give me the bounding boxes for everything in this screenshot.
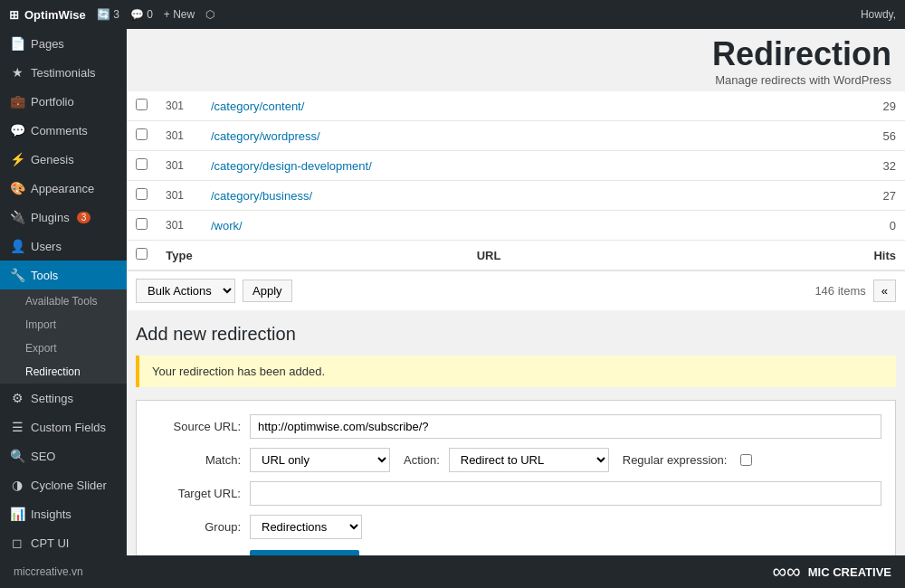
howdy-text: Howdy,	[861, 8, 896, 21]
sidebar-item-label: Users	[31, 240, 62, 253]
wp-icon: ⊞	[9, 8, 19, 22]
regex-label: Regular expression:	[623, 453, 728, 467]
regex-checkbox[interactable]	[740, 454, 752, 466]
new-link[interactable]: + New	[164, 8, 195, 21]
pages-icon: 📄	[9, 36, 25, 51]
hits-cell: 0	[776, 211, 905, 241]
sidebar-item-import[interactable]: Import	[0, 313, 127, 337]
sidebar-item-users[interactable]: 👤 Users	[0, 232, 127, 261]
plugin-icon: ⬡	[205, 8, 214, 21]
add-redirection-title: Add new redirection	[136, 324, 896, 345]
seo-icon: 🔍	[9, 449, 25, 463]
apply-button[interactable]: Apply	[243, 280, 292, 302]
insights-icon: 📊	[9, 507, 25, 521]
source-url-label: Source URL:	[150, 420, 241, 433]
sidebar-item-cyclone-slider[interactable]: ◑ Cyclone Slider	[0, 470, 127, 499]
hits-cell: 32	[776, 151, 905, 181]
sidebar-item-label: Cyclone Slider	[31, 479, 107, 492]
type-column-header: Type	[157, 241, 202, 270]
sidebar-item-appearance[interactable]: 🎨 Appearance	[0, 174, 127, 203]
action-label-text: Action:	[404, 453, 440, 467]
portfolio-icon: 💼	[9, 94, 25, 109]
url-cell[interactable]: /category/content/	[202, 91, 776, 121]
cyclone-icon: ◑	[9, 478, 25, 492]
type-cell: 301	[157, 151, 202, 181]
url-cell[interactable]: /work/	[202, 211, 776, 241]
match-select[interactable]: URL onlyURL and referrerURL and user age…	[250, 448, 390, 472]
bulk-bar-left: Bulk Actions Apply	[136, 279, 292, 303]
hits-cell: 56	[776, 121, 905, 151]
sidebar-item-label: Comments	[31, 124, 88, 138]
sidebar-item-seo[interactable]: 🔍 SEO	[0, 441, 127, 470]
type-cell: 301	[157, 181, 202, 211]
sidebar: 📄 Pages ★ Testimonials 💼 Portfolio 💬 Com…	[0, 29, 127, 555]
target-url-label: Target URL:	[150, 487, 241, 500]
footer: miccreative.vn ∞∞ MIC CREATIVE	[0, 555, 905, 588]
select-all-checkbox[interactable]	[136, 248, 148, 260]
source-url-row: Source URL:	[150, 414, 881, 439]
sidebar-item-label: CPT UI	[31, 536, 69, 550]
sidebar-item-insights[interactable]: 📊 Insights	[0, 499, 127, 528]
sidebar-item-label: Testimonials	[31, 66, 96, 80]
row-checkbox[interactable]	[136, 188, 148, 200]
row-checkbox[interactable]	[136, 99, 148, 110]
sidebar-item-pages[interactable]: 📄 Pages	[0, 29, 127, 58]
row-checkbox[interactable]	[136, 158, 148, 170]
url-link[interactable]: /category/business/	[211, 189, 312, 203]
sidebar-item-portfolio[interactable]: 💼 Portfolio	[0, 87, 127, 116]
bulk-bar: Bulk Actions Apply 146 items «	[127, 270, 905, 310]
sidebar-item-plugins[interactable]: 🔌 Plugins 3	[0, 203, 127, 232]
tools-icon: 🔧	[9, 268, 25, 282]
sidebar-item-comments[interactable]: 💬 Comments	[0, 116, 127, 145]
sidebar-item-redirection[interactable]: Redirection	[0, 360, 127, 384]
hits-cell: 29	[776, 91, 905, 121]
sidebar-item-custom-fields[interactable]: ☰ Custom Fields	[0, 413, 127, 441]
sidebar-item-label: Tools	[31, 269, 58, 282]
add-redirection-section: Add new redirection Your redirection has…	[127, 310, 905, 555]
sidebar-item-settings[interactable]: ⚙ Settings	[0, 384, 127, 413]
sidebar-item-testimonials[interactable]: ★ Testimonials	[0, 58, 127, 87]
url-link[interactable]: /category/content/	[211, 100, 304, 113]
sidebar-item-tools[interactable]: 🔧 Tools	[0, 261, 127, 289]
sidebar-item-label: Portfolio	[31, 95, 74, 109]
redirection-form: Source URL: Match: URL onlyURL and refer…	[136, 400, 896, 555]
genesis-icon: ⚡	[9, 152, 25, 166]
match-row: Match: URL onlyURL and referrerURL and u…	[150, 448, 881, 472]
site-name[interactable]: OptimWise	[24, 8, 86, 22]
action-select[interactable]: Redirect to URLRedirect to random postPa…	[449, 448, 609, 472]
pagination-first-button[interactable]: «	[873, 280, 896, 302]
sidebar-item-label: Custom Fields	[31, 421, 106, 434]
url-cell[interactable]: /category/business/	[202, 181, 776, 211]
hits-column-header: Hits	[776, 241, 905, 270]
source-url-input[interactable]	[250, 414, 881, 439]
url-cell[interactable]: /category/design-development/	[202, 151, 776, 181]
url-column-header: URL	[202, 241, 776, 270]
comment-count-link[interactable]: 💬 0	[130, 8, 153, 21]
header-banner: Redirection Manage redirects with WordPr…	[127, 29, 905, 91]
group-select[interactable]: RedirectionsModified Posts	[250, 515, 362, 539]
type-cell: 301	[157, 121, 202, 151]
comment-link[interactable]: 🔄 3	[97, 8, 119, 21]
hits-cell: 27	[776, 181, 905, 211]
url-link[interactable]: /work/	[211, 219, 243, 232]
row-checkbox[interactable]	[136, 218, 148, 230]
bulk-actions-select[interactable]: Bulk Actions	[136, 279, 235, 303]
target-url-input[interactable]	[250, 481, 881, 506]
sidebar-item-label: Pages	[31, 37, 64, 51]
group-row: Group: RedirectionsModified Posts	[150, 515, 881, 539]
table-row: 301 /category/design-development/ 32	[127, 151, 905, 181]
footer-site-url: miccreative.vn	[14, 565, 83, 578]
sidebar-item-label: Appearance	[31, 182, 94, 195]
sidebar-item-export[interactable]: Export	[0, 337, 127, 360]
sidebar-item-available-tools[interactable]: Available Tools	[0, 289, 127, 313]
sidebar-item-label: Insights	[31, 507, 71, 521]
url-cell[interactable]: /category/wordpress/	[202, 121, 776, 151]
url-link[interactable]: /category/wordpress/	[211, 129, 320, 143]
row-checkbox[interactable]	[136, 128, 148, 140]
admin-bar: ⊞ OptimWise 🔄 3 💬 0 + New ⬡ Howdy,	[0, 0, 905, 29]
url-link[interactable]: /category/design-development/	[211, 159, 372, 173]
sidebar-item-label: Plugins	[31, 211, 70, 224]
sidebar-item-genesis[interactable]: ⚡ Genesis	[0, 145, 127, 174]
success-notice: Your redirection has been added.	[136, 356, 896, 387]
sidebar-item-cpt-ui[interactable]: ◻ CPT UI	[0, 528, 127, 555]
